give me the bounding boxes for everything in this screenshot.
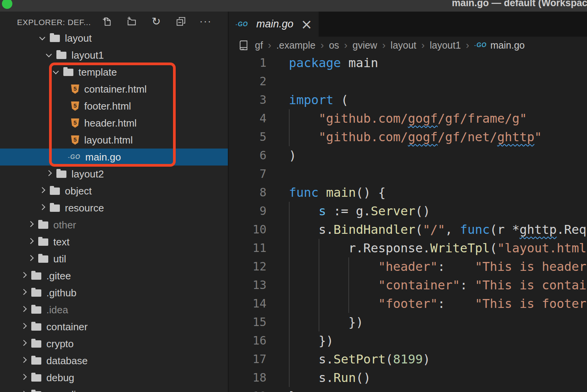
file-tree: layoutlayout1template5container.html5foo… [0, 30, 228, 392]
chevron-down-icon[interactable] [46, 51, 52, 57]
chevron-right-icon[interactable] [28, 221, 34, 227]
code-line-8[interactable]: 8func main() { [229, 183, 587, 202]
breadcrumb-gview[interactable]: gview [353, 40, 377, 51]
tab-main-go[interactable]: main.go × [229, 12, 319, 37]
tree-item-footer.html[interactable]: 5footer.html [0, 98, 228, 115]
folder-icon [38, 255, 48, 263]
chevron-right-icon[interactable] [21, 357, 27, 363]
html-file-icon: 5 [71, 118, 79, 128]
chevron-right-icon[interactable] [21, 390, 27, 392]
tree-item-label: .idea [46, 304, 68, 316]
tree-item-label: container [46, 321, 88, 333]
line-number: 6 [229, 146, 266, 165]
tree-item-layout[interactable]: layout [0, 30, 228, 47]
indent-guide [319, 239, 319, 331]
code-line-19[interactable]: 19} [229, 387, 587, 392]
os-titlebar: main.go — default (Workspace) [0, 0, 587, 12]
tree-item-other[interactable]: other [0, 216, 228, 233]
chevron-down-icon[interactable] [39, 34, 46, 40]
close-icon[interactable]: × [301, 19, 312, 30]
breadcrumb-main.go[interactable]: main.go [474, 40, 525, 51]
line-number: 9 [229, 202, 266, 220]
breadcrumb-os[interactable]: os [329, 40, 339, 51]
tree-item-.gitee[interactable]: .gitee [0, 267, 228, 284]
code-line-16[interactable]: 16 }) [229, 331, 587, 350]
chevron-right-icon[interactable] [21, 272, 27, 278]
explorer-header: EXPLORER: DEF... ↻ [0, 12, 228, 30]
tree-item-main.go[interactable]: main.go [0, 149, 228, 166]
folder-icon [31, 323, 41, 331]
chevron-right-icon[interactable] [28, 255, 34, 261]
line-number: 8 [229, 183, 266, 202]
tree-item-object[interactable]: object [0, 182, 228, 199]
code-line-17[interactable]: 17 s.SetPort(8199) [229, 350, 587, 368]
breadcrumb-gf[interactable]: gf [255, 40, 263, 51]
tree-item-encoding[interactable]: encoding [0, 386, 228, 392]
tree-item-label: debug [46, 372, 74, 384]
chevron-right-icon[interactable] [28, 238, 34, 244]
code-line-4[interactable]: 4 "github.com/gogf/gf/frame/g" [229, 109, 587, 128]
code-line-6[interactable]: 6) [229, 146, 587, 165]
code-line-14[interactable]: 14 "footer": "This is footer", [229, 294, 587, 313]
new-folder-icon[interactable] [126, 16, 137, 27]
code-line-18[interactable]: 18 s.Run() [229, 368, 587, 387]
tree-item-crypto[interactable]: crypto [0, 335, 228, 352]
chevron-down-icon[interactable] [53, 68, 59, 74]
chevron-right-icon[interactable] [21, 340, 27, 346]
code-line-11[interactable]: 11 r.Response.WriteTpl("layout.html", g.… [229, 239, 587, 257]
indent-guide [289, 202, 290, 387]
tree-item-layout1[interactable]: layout1 [0, 47, 228, 64]
tree-item-resource[interactable]: resource [0, 199, 228, 216]
collapse-folders-icon[interactable] [176, 16, 186, 27]
code-line-13[interactable]: 13 "container": "This is container", [229, 276, 587, 294]
refresh-icon[interactable]: ↻ [151, 16, 161, 27]
html-file-icon: 5 [71, 84, 79, 94]
breadcrumb-separator: › [344, 39, 348, 51]
line-number: 18 [229, 368, 266, 387]
tree-item-container[interactable]: container [0, 318, 228, 335]
tree-item-layout2[interactable]: layout2 [0, 166, 228, 182]
new-file-icon[interactable] [102, 16, 112, 27]
line-number: 19 [229, 387, 266, 392]
breadcrumb-layout[interactable]: layout [390, 40, 416, 51]
code-line-5[interactable]: 5 "github.com/gogf/gf/net/ghttp" [229, 128, 587, 146]
breadcrumb-separator: › [466, 39, 469, 51]
tree-item-layout.html[interactable]: 5layout.html [0, 132, 228, 149]
tree-item-database[interactable]: database [0, 352, 228, 369]
code-line-2[interactable]: 2 [229, 72, 587, 91]
chevron-right-icon[interactable] [21, 373, 27, 380]
code-line-15[interactable]: 15 }) [229, 313, 587, 331]
chevron-right-icon[interactable] [39, 204, 46, 210]
tree-item-.github[interactable]: .github [0, 284, 228, 301]
tree-item-.idea[interactable]: .idea [0, 301, 228, 318]
code-line-1[interactable]: 1package main [229, 54, 587, 72]
tree-item-text[interactable]: text [0, 233, 228, 250]
code-area[interactable]: 1package main23import (4 "github.com/gog… [229, 54, 587, 392]
chevron-right-icon[interactable] [46, 170, 52, 176]
tree-item-template[interactable]: template [0, 64, 228, 81]
breadcrumb-.example[interactable]: .example [277, 40, 316, 51]
chevron-right-icon[interactable] [21, 323, 27, 329]
line-number: 11 [229, 239, 266, 257]
code-line-3[interactable]: 3import ( [229, 91, 587, 109]
folder-icon [31, 306, 41, 314]
code-line-7[interactable]: 7 [229, 165, 587, 183]
chevron-right-icon[interactable] [39, 187, 46, 193]
folder-icon [50, 204, 60, 212]
breadcrumb-separator: › [421, 39, 425, 51]
tree-item-container.html[interactable]: 5container.html [0, 81, 228, 98]
tree-item-label: footer.html [84, 100, 131, 112]
folder-icon [31, 340, 41, 348]
breadcrumb-layout1[interactable]: layout1 [430, 40, 461, 51]
tree-item-util[interactable]: util [0, 250, 228, 267]
code-line-12[interactable]: 12 "header": "This is header", [229, 257, 587, 276]
tree-item-label: object [65, 185, 92, 197]
chevron-right-icon[interactable] [21, 306, 27, 312]
tree-item-debug[interactable]: debug [0, 369, 228, 386]
more-actions-icon[interactable]: ··· [200, 16, 211, 27]
traffic-light-green-icon[interactable] [2, 0, 12, 9]
code-line-9[interactable]: 9 s := g.Server() [229, 202, 587, 220]
code-line-10[interactable]: 10 s.BindHandler("/", func(r *ghttp.Requ… [229, 220, 587, 239]
tree-item-header.html[interactable]: 5header.html [0, 115, 228, 132]
chevron-right-icon[interactable] [21, 289, 27, 295]
